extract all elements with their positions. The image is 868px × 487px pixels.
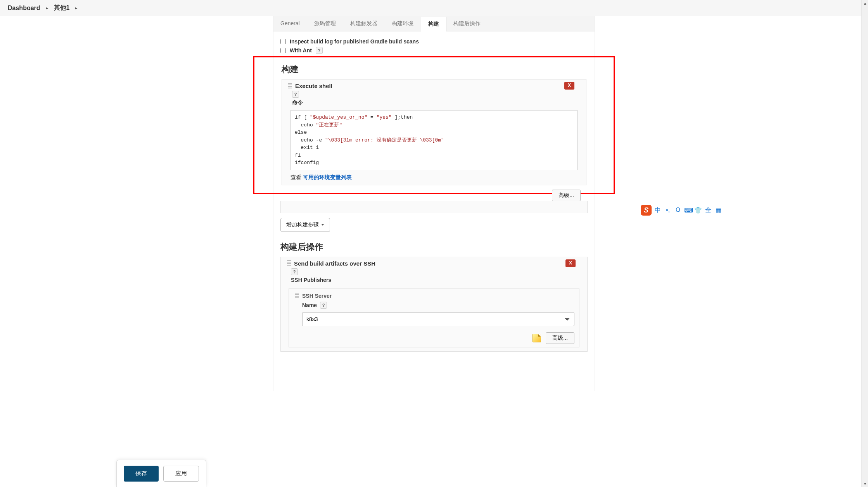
- drag-handle-icon[interactable]: [288, 83, 292, 89]
- ime-zh-icon[interactable]: 中: [654, 206, 662, 214]
- ssh-publishers-label: SSH Publishers: [291, 275, 587, 285]
- ime-skin-icon[interactable]: 👕: [694, 207, 702, 214]
- advanced-button[interactable]: 高级...: [552, 190, 581, 201]
- ssh-server-block: SSH Server Name ? k8s3 高级...: [289, 288, 579, 347]
- ime-grid-icon[interactable]: ▦: [714, 207, 722, 214]
- tab-general[interactable]: General: [273, 16, 307, 31]
- add-build-step-button[interactable]: 增加构建步骤: [280, 218, 330, 232]
- help-icon[interactable]: ?: [292, 91, 299, 98]
- help-icon[interactable]: ?: [316, 47, 323, 54]
- breadcrumb-item[interactable]: 其他1: [54, 4, 70, 12]
- env-list-link[interactable]: 可用的环境变量列表: [303, 174, 352, 180]
- chevron-right-icon: ▸: [75, 5, 78, 11]
- advanced-button[interactable]: 高级...: [546, 332, 574, 344]
- config-tabs: General 源码管理 构建触发器 构建环境 构建 构建后操作: [273, 16, 595, 31]
- note-icon[interactable]: [533, 334, 541, 342]
- post-section-title: 构建后操作: [280, 241, 588, 253]
- command-label: 命令: [292, 98, 586, 108]
- help-icon[interactable]: ?: [320, 302, 327, 309]
- drag-handle-icon[interactable]: [287, 260, 291, 266]
- add-build-step-label: 增加构建步骤: [286, 221, 319, 228]
- breadcrumb-root[interactable]: Dashboard: [8, 5, 40, 12]
- ssh-server-select[interactable]: k8s3: [302, 312, 574, 326]
- tab-build[interactable]: 构建: [421, 17, 446, 31]
- chevron-right-icon: ▸: [46, 5, 48, 11]
- help-icon[interactable]: ?: [291, 268, 298, 275]
- highlight-box: 构建 X Execute shell ? 命令 if [ "$update_ye…: [253, 56, 615, 194]
- shell-command-editor[interactable]: if [ "$update_yes_or_no" = "yes" ];then …: [290, 110, 578, 170]
- ssh-server-heading: SSH Server: [302, 293, 332, 299]
- server-name-label: Name: [302, 300, 317, 310]
- tab-post[interactable]: 构建后操作: [446, 16, 488, 31]
- vertical-scrollbar[interactable]: ▲ ▼: [861, 0, 868, 391]
- ime-full-icon[interactable]: 全: [704, 206, 712, 214]
- env-list-row: 查看 可用的环境变量列表: [282, 173, 586, 181]
- with-ant-checkbox[interactable]: [280, 48, 286, 53]
- drag-handle-icon[interactable]: [295, 293, 299, 299]
- see-prefix: 查看: [290, 174, 303, 180]
- tab-scm[interactable]: 源码管理: [307, 16, 343, 31]
- with-ant-row[interactable]: With Ant ?: [280, 47, 588, 54]
- delete-step-button[interactable]: X: [564, 82, 574, 90]
- inspect-gradle-checkbox[interactable]: [280, 39, 286, 44]
- step-title: Send build artifacts over SSH: [294, 260, 375, 267]
- inspect-gradle-row[interactable]: Inspect build log for published Gradle b…: [280, 38, 588, 45]
- delete-step-button[interactable]: X: [565, 259, 576, 267]
- ime-keyboard-icon[interactable]: ⌨: [684, 207, 692, 214]
- build-section-title: 构建: [282, 64, 586, 75]
- breadcrumb: Dashboard ▸ 其他1 ▸: [0, 0, 868, 16]
- step-title: Execute shell: [295, 83, 332, 89]
- caret-down-icon: [321, 224, 324, 226]
- post-step-ssh: X Send build artifacts over SSH ? SSH Pu…: [280, 257, 588, 352]
- ime-punct-icon[interactable]: •,: [664, 207, 672, 214]
- ime-omega-icon[interactable]: Ω: [674, 207, 682, 214]
- ime-logo-icon[interactable]: S: [641, 205, 652, 216]
- config-panel: General 源码管理 构建触发器 构建环境 构建 构建后操作 Inspect…: [273, 16, 595, 391]
- inspect-gradle-label: Inspect build log for published Gradle b…: [290, 38, 419, 45]
- tab-env[interactable]: 构建环境: [385, 16, 421, 31]
- with-ant-label: With Ant: [290, 47, 312, 54]
- scroll-up-icon[interactable]: ▲: [862, 0, 868, 7]
- ime-toolbar[interactable]: S 中 •, Ω ⌨ 👕 全 ▦: [638, 204, 724, 217]
- build-step-execute-shell: X Execute shell ? 命令 if [ "$update_yes_o…: [282, 79, 586, 185]
- tab-triggers[interactable]: 构建触发器: [343, 16, 385, 31]
